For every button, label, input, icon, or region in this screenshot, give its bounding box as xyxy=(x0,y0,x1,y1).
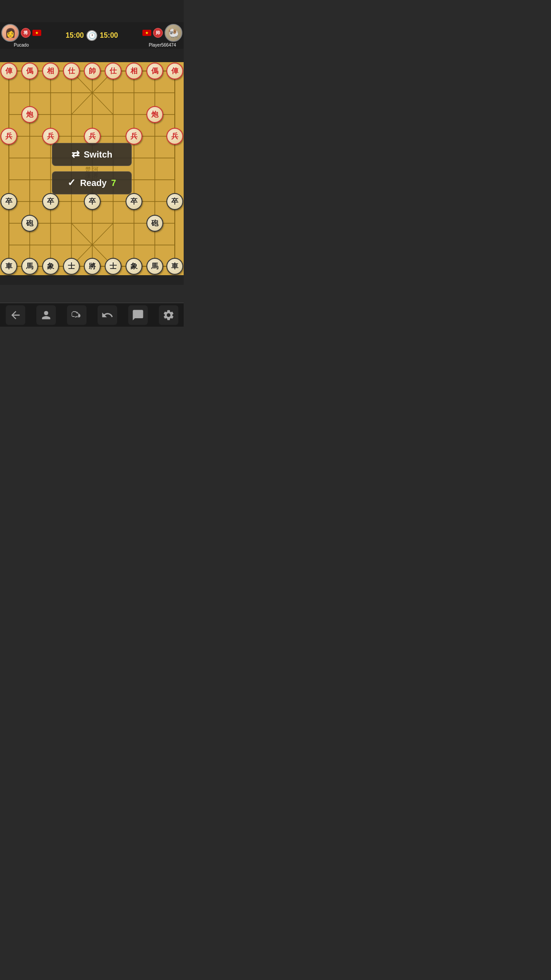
switch-icon: ⇄ xyxy=(71,149,79,160)
player2-info: 帅 🐏 Player566474 xyxy=(145,24,180,47)
chess-piece[interactable]: 士 xyxy=(105,258,122,275)
handshake-button[interactable] xyxy=(67,305,87,325)
chess-piece[interactable]: 砲 xyxy=(146,215,163,232)
player1-rank: 将 xyxy=(21,28,31,38)
chat-button[interactable] xyxy=(128,305,148,325)
chess-piece[interactable]: 俥 xyxy=(0,63,17,79)
check-icon: ✓ xyxy=(67,177,75,189)
chess-piece[interactable]: 卒 xyxy=(42,193,59,210)
chess-piece[interactable]: 馬 xyxy=(146,258,163,275)
chess-piece[interactable]: 相 xyxy=(42,63,59,79)
back-button[interactable] xyxy=(6,305,25,325)
switch-button[interactable]: ⇄ Switch xyxy=(52,143,132,166)
switch-label: Switch xyxy=(84,150,112,160)
chess-piece[interactable]: 傌 xyxy=(21,63,38,79)
chess-piece[interactable]: 仕 xyxy=(63,63,80,79)
chess-piece[interactable]: 兵 xyxy=(84,128,101,145)
chess-piece[interactable]: 兵 xyxy=(0,128,17,145)
chess-piece[interactable]: 卒 xyxy=(0,193,17,210)
timer1: 15:00 xyxy=(66,32,84,40)
chess-piece[interactable]: 象 xyxy=(126,258,142,275)
chess-piece[interactable]: 炮 xyxy=(146,106,163,123)
chess-piece[interactable]: 兵 xyxy=(126,128,142,145)
player2-rank: 帅 xyxy=(153,28,163,38)
chess-piece[interactable]: 車 xyxy=(166,258,183,275)
clock-icon: 🕐 xyxy=(87,30,97,41)
bottom-toolbar xyxy=(0,303,184,327)
xiangqi-board: 楚 河 漢 界 俥傌相仕帥仕相傌俥炮炮兵兵兵兵兵卒卒卒卒卒砲砲車馬象士將士象馬車… xyxy=(0,62,184,275)
ready-label: Ready xyxy=(80,178,106,188)
player1-flag xyxy=(32,30,41,36)
person-button[interactable] xyxy=(36,305,56,325)
chess-piece[interactable]: 兵 xyxy=(42,128,59,145)
game-header: 👩 将 Pucado 15:00 🕐 15:00 帅 🐏 Player56647… xyxy=(0,22,184,49)
chess-piece[interactable]: 傌 xyxy=(146,63,163,79)
chess-piece[interactable]: 仕 xyxy=(105,63,122,79)
chess-piece[interactable]: 相 xyxy=(126,63,142,79)
ready-button[interactable]: ✓ Ready 7 xyxy=(52,171,132,194)
chess-piece[interactable]: 兵 xyxy=(166,128,183,145)
timer2: 15:00 xyxy=(100,32,118,40)
chess-piece[interactable]: 俥 xyxy=(166,63,183,79)
chess-piece[interactable]: 砲 xyxy=(21,215,38,232)
chess-piece[interactable]: 馬 xyxy=(21,258,38,275)
player2-flag xyxy=(142,30,151,36)
chess-piece[interactable]: 卒 xyxy=(84,193,101,210)
chess-piece[interactable]: 炮 xyxy=(21,106,38,123)
ready-count: 7 xyxy=(111,178,116,188)
undo-button[interactable] xyxy=(98,305,117,325)
timer-display: 15:00 🕐 15:00 xyxy=(66,30,118,41)
player1-info: 👩 将 Pucado xyxy=(4,24,39,47)
player2-name: Player566474 xyxy=(149,43,176,47)
player1-name: Pucado xyxy=(14,43,29,47)
chess-piece[interactable]: 將 xyxy=(84,258,101,275)
player1-avatar: 👩 xyxy=(1,24,19,42)
player2-avatar: 🐏 xyxy=(165,24,182,42)
chess-piece[interactable]: 帥 xyxy=(84,63,101,79)
chess-piece[interactable]: 士 xyxy=(63,258,80,275)
chess-piece[interactable]: 卒 xyxy=(166,193,183,210)
chess-piece[interactable]: 卒 xyxy=(126,193,142,210)
chess-piece[interactable]: 象 xyxy=(42,258,59,275)
chess-piece[interactable]: 車 xyxy=(0,258,17,275)
settings-button[interactable] xyxy=(159,305,178,325)
